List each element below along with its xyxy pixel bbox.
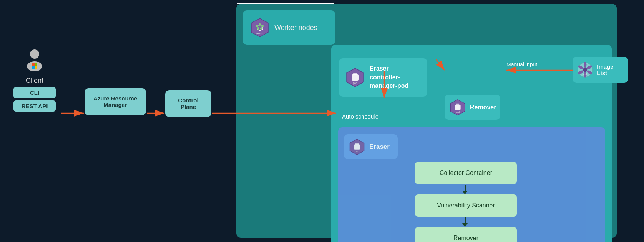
auto-schedule-label: Auto schedule [342,113,378,120]
svg-rect-3 [35,63,37,66]
cli-badge: CLI [13,87,56,98]
client-label: Client [26,77,43,85]
collector-container-label: Collector Container [440,170,492,176]
svg-rect-5 [35,66,37,69]
vulnerability-scanner-label: Vulnerability Scanner [437,202,495,209]
svg-rect-15 [352,74,359,81]
eraser-controller-label: Eraser-controller-manager-pod [370,64,421,90]
svg-text:node: node [256,31,263,35]
svg-rect-4 [32,66,35,69]
eraser-blue-container: pod Eraser Collector Container Vulnerabi… [338,127,605,242]
manual-input-label: Manual input [506,61,537,67]
eraser-pod-box: pod Eraser [344,134,398,159]
collector-container-box: Collector Container [415,162,517,184]
svg-rect-20 [456,103,459,105]
rest-api-badge: REST API [13,100,56,112]
svg-rect-24 [355,143,359,145]
svg-rect-16 [353,73,357,75]
svg-point-33 [583,67,587,72]
worker-nodes-box: ⬡ node Worker nodes [243,10,335,45]
remover-pod-label: Remover [470,104,496,111]
main-outer-container: ⬡ node Worker nodes pod E [236,4,617,238]
svg-text:pod: pod [355,150,359,153]
remover-inner-box: Remover [415,227,517,242]
image-list-label: Image List [597,63,624,76]
diagram-container: Client CLI REST API Azure Resource Manag… [0,0,644,242]
inner-teal-container: pod Eraser-controller-manager-pod pod Re… [331,45,612,242]
worker-nodes-label: Worker nodes [274,24,317,32]
svg-point-12 [257,27,259,30]
svg-rect-19 [455,105,460,110]
remover-inner-label: Remover [453,235,478,242]
svg-point-13 [260,27,262,30]
vulnerability-scanner-box: Vulnerability Scanner [415,194,517,217]
image-list-box: crd Image List [573,57,628,83]
svg-point-9 [256,25,258,27]
azure-resource-manager: Azure Resource Manager [85,88,146,115]
svg-text:pod: pod [353,82,357,85]
remover-pod-box: pod Remover [445,95,500,120]
svg-point-10 [259,23,261,26]
client-avatar [21,46,48,73]
svg-rect-2 [32,63,35,66]
control-plane: Control Plane [165,90,211,117]
eraser-controller-box: pod Eraser-controller-manager-pod [339,58,427,97]
eraser-pod-label: Eraser [369,143,390,151]
client-section: Client CLI REST API [8,46,61,112]
svg-text:pod: pod [456,111,460,113]
svg-text:crd: crd [583,73,587,76]
svg-point-11 [261,25,264,27]
svg-rect-23 [354,144,360,150]
svg-point-27 [584,62,587,67]
svg-point-0 [30,49,39,59]
